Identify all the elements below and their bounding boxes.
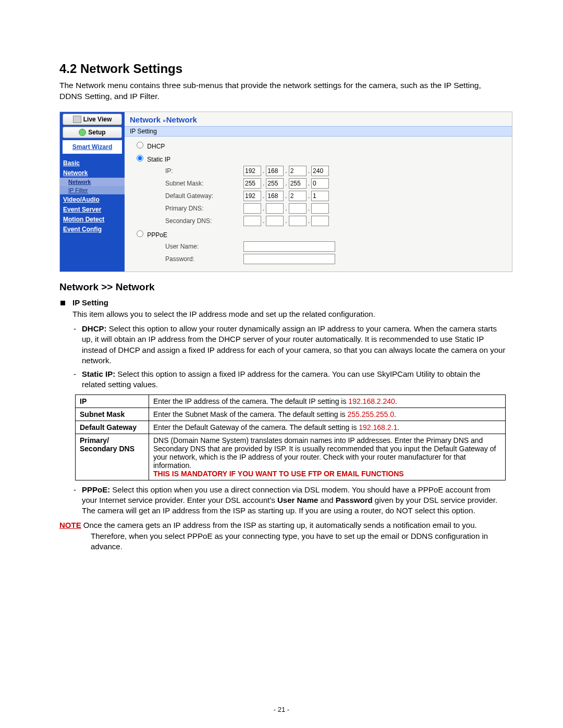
row-subnet-key: Subnet Mask (76, 408, 149, 421)
pppoe-b2: Password (336, 496, 373, 504)
sdns-octet-3[interactable] (289, 216, 307, 226)
gateway-octet-1[interactable] (243, 191, 261, 201)
password-row: Password: (134, 253, 507, 265)
static-label: Static IP: (82, 369, 115, 378)
subnet-octet-2[interactable] (266, 178, 284, 189)
table-row: IP Enter the IP address of the camera. T… (76, 394, 506, 408)
static-ip-item: Static IP: Select this option to assign … (72, 369, 506, 390)
table-row: Subnet Mask Enter the Subnet Mask of the… (76, 408, 506, 421)
ui-breadcrumb: Network » Network (125, 112, 512, 126)
subnet-octet-3[interactable] (289, 178, 307, 189)
ip-setting-bullet: IP Setting (59, 298, 506, 307)
pdns-octet-1[interactable] (243, 203, 261, 214)
ip-input: . . . (243, 166, 329, 176)
ip-setting-desc: This item allows you to select the IP ad… (72, 309, 506, 319)
dhcp-radio[interactable] (137, 142, 143, 149)
settings-table: IP Enter the IP address of the camera. T… (75, 394, 506, 480)
secondary-dns-row: Secondary DNS: . . . (134, 215, 507, 227)
nav-motion-detect[interactable]: Motion Detect (60, 214, 125, 224)
username-label: User Name: (165, 243, 243, 250)
primary-dns-row: Primary DNS: . . . (134, 202, 507, 215)
ip-setting-title: IP Setting (72, 298, 108, 307)
pppoe-list: PPPoE: Select this option when you use a… (72, 485, 506, 516)
table-row: Default Gateway Enter the Default Gatewa… (76, 421, 506, 434)
gateway-label: Default Gateway: (165, 192, 243, 200)
smart-wizard-link[interactable]: Smart Wizard (63, 140, 122, 154)
static-ip-radio-label: Static IP (147, 156, 170, 163)
ip-octet-4[interactable] (311, 166, 329, 176)
row-gw-red: 192.168.2.1 (359, 423, 397, 431)
row-ip-val: Enter the IP address of the camera. The … (149, 394, 506, 408)
static-ip-radio[interactable] (137, 155, 143, 162)
pppoe-row: PPPoE (134, 227, 507, 240)
table-row: Primary/ Secondary DNS DNS (Domain Name … (76, 434, 506, 480)
nav-event-server[interactable]: Event Server (60, 204, 125, 214)
ui-sidebar: Live View Setup Smart Wizard Basic Netwo… (60, 112, 125, 272)
row-dns-text: DNS (Domain Name System) translates doma… (153, 436, 496, 470)
live-view-button[interactable]: Live View (63, 114, 122, 125)
dhcp-item: DHCP: Select this option to allow your r… (72, 324, 506, 366)
mode-list: DHCP: Select this option to allow your r… (72, 324, 506, 390)
secondary-dns-input: . . . (243, 216, 329, 226)
dhcp-text: Select this option to allow your router … (82, 324, 505, 365)
gateway-input: . . . (243, 191, 329, 201)
nav-basic[interactable]: Basic (60, 158, 125, 168)
gateway-octet-3[interactable] (289, 191, 307, 201)
row-dns-mandatory: THIS IS MANDATORY IF YOU WANT TO USE FTP… (153, 470, 404, 478)
page-number: - 21 - (0, 706, 563, 713)
row-ip-key: IP (76, 394, 149, 408)
note-paragraph: NOTE Once the camera gets an IP address … (59, 520, 506, 552)
password-label: Password: (165, 255, 243, 263)
live-view-label: Live View (83, 116, 112, 123)
row-dns-val: DNS (Domain Name System) translates doma… (149, 434, 506, 480)
pppoe-radio-label: PPPoE (147, 231, 167, 239)
ip-octet-1[interactable] (243, 166, 261, 176)
setup-button[interactable]: Setup (63, 127, 122, 138)
sdns-octet-1[interactable] (243, 216, 261, 226)
pdns-octet-3[interactable] (289, 203, 307, 214)
nav-network[interactable]: Network (60, 168, 125, 178)
subnet-input: . . . (243, 178, 329, 189)
sdns-octet-4[interactable] (311, 216, 329, 226)
pppoe-t2: and (318, 496, 335, 504)
username-input[interactable] (243, 241, 335, 252)
nav-network-sub-ipfilter[interactable]: IP Filter (60, 186, 125, 194)
breadcrumb-b: Network (166, 115, 197, 124)
password-input[interactable] (243, 254, 335, 264)
square-bullet-icon (60, 301, 65, 305)
monitor-icon (73, 116, 81, 123)
row-ip-pre: Enter the IP address of the camera. The … (153, 397, 348, 405)
note-label: NOTE (59, 521, 81, 529)
sdns-octet-2[interactable] (266, 216, 284, 226)
pdns-octet-4[interactable] (311, 203, 329, 214)
pdns-octet-2[interactable] (266, 203, 284, 214)
ip-octet-2[interactable] (266, 166, 284, 176)
dhcp-label: DHCP: (82, 324, 107, 333)
primary-dns-input: . . . (243, 203, 329, 214)
nav-network-sub-network[interactable]: Network (60, 178, 125, 186)
row-gw-post: . (397, 423, 399, 431)
row-subnet-val: Enter the Subnet Mask of the camera. The… (149, 408, 506, 421)
subnet-row: Subnet Mask: . . . (134, 177, 507, 190)
subnet-label: Subnet Mask: (165, 180, 243, 187)
gear-icon (79, 129, 86, 136)
note-text: Once the camera gets an IP address from … (81, 521, 488, 551)
subnet-octet-4[interactable] (311, 178, 329, 189)
ip-row: IP: . . . (134, 165, 507, 177)
gateway-octet-4[interactable] (311, 191, 329, 201)
ip-label: IP: (165, 167, 243, 175)
subnet-octet-1[interactable] (243, 178, 261, 189)
nav-video-audio[interactable]: Video/Audio (60, 194, 125, 204)
ip-octet-3[interactable] (289, 166, 307, 176)
page-title: 4.2 Network Settings (59, 61, 506, 76)
row-gateway-key: Default Gateway (76, 421, 149, 434)
nav-event-config[interactable]: Event Config (60, 224, 125, 234)
row-ip-post: . (395, 397, 397, 405)
gateway-octet-2[interactable] (266, 191, 284, 201)
pppoe-radio[interactable] (137, 230, 143, 237)
intro-paragraph: The Network menu contains three sub-menu… (59, 80, 506, 102)
row-subnet-pre: Enter the Subnet Mask of the camera. The… (153, 410, 348, 418)
row-gw-pre: Enter the Default Gateway of the camera.… (153, 423, 359, 431)
secondary-dns-label: Secondary DNS: (165, 217, 243, 225)
breadcrumb-a: Network (130, 115, 161, 124)
